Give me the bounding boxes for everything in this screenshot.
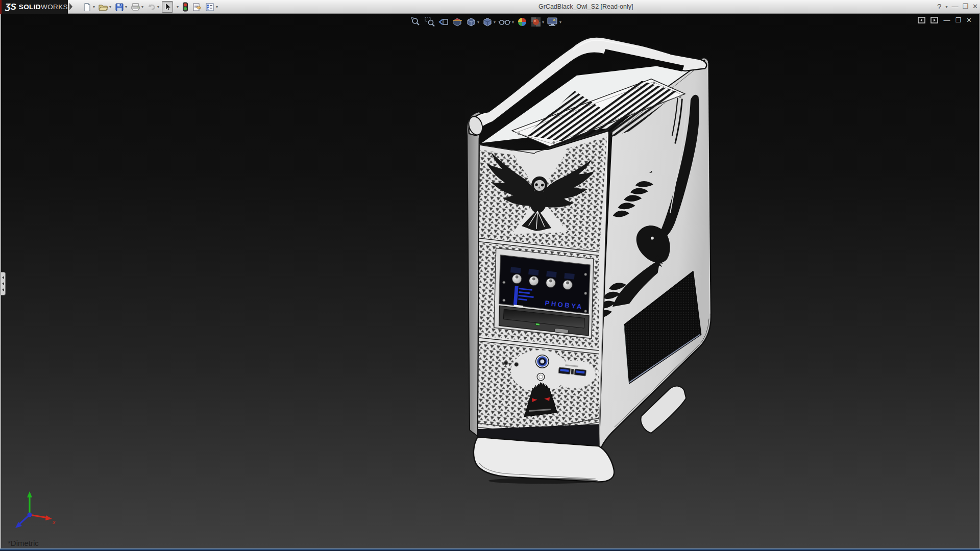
- minimize-icon[interactable]: —: [951, 2, 958, 11]
- save-button[interactable]: ▾: [114, 1, 128, 13]
- bottom-foot: [474, 424, 614, 484]
- orientation-triad[interactable]: x: [5, 488, 61, 534]
- audio-jack[interactable]: [514, 362, 519, 366]
- file-properties-button[interactable]: [191, 1, 203, 13]
- select-button[interactable]: [162, 1, 173, 13]
- app-window-controls: ? ▾ — ❐ ✕: [937, 2, 978, 11]
- view-orientation-label: *Dimetric: [8, 539, 39, 547]
- logo-text: SOLIDWORKS: [19, 3, 68, 11]
- document-title: GrCadBlack_Owl_S2 [Read-only]: [538, 3, 633, 10]
- save-floppy-icon: [115, 3, 124, 12]
- dropdown-caret-icon[interactable]: ▾: [216, 5, 218, 9]
- dropdown-caret-icon[interactable]: ▾: [93, 5, 95, 9]
- dropdown-caret-icon[interactable]: ▾: [141, 5, 143, 9]
- traffic-light-icon: [182, 2, 188, 12]
- 3ds-logo-icon: ƷS: [5, 2, 16, 12]
- new-document-button[interactable]: ▾: [82, 1, 96, 13]
- title-bar: ƷS SOLIDWORKS ▾ ▾ ▾ ▾ ▾ ▾: [0, 0, 980, 14]
- print-button[interactable]: ▾: [130, 1, 144, 13]
- fan-controller-panel: PHOBYA: [499, 255, 590, 314]
- reset-button[interactable]: [537, 373, 545, 381]
- select-cursor-icon: [163, 3, 172, 12]
- open-folder-icon: [99, 3, 108, 12]
- close-icon[interactable]: ✕: [972, 2, 978, 11]
- dvd-led: [535, 323, 540, 325]
- undo-button[interactable]: ▾: [146, 1, 160, 13]
- case-front-face: PHOBYA: [478, 131, 609, 447]
- open-button[interactable]: ▾: [97, 1, 112, 13]
- dropdown-caret-icon[interactable]: ▾: [177, 5, 179, 9]
- x-axis-label: x: [52, 519, 56, 525]
- dropdown-caret-icon[interactable]: ▾: [125, 5, 127, 9]
- model-3d-view[interactable]: PHOBYA: [1, 14, 980, 548]
- help-caret-icon[interactable]: ▾: [945, 5, 947, 9]
- main-toolbar: ▾ ▾ ▾ ▾ ▾ ▾ ▾: [82, 1, 220, 13]
- dropdown-caret-icon[interactable]: ▾: [109, 5, 111, 9]
- status-strip: [0, 548, 980, 551]
- menu-flyout-arrow[interactable]: [69, 3, 72, 10]
- dropdown-caret-icon[interactable]: ▾: [157, 5, 159, 9]
- audio-jack[interactable]: [504, 361, 508, 365]
- options-button[interactable]: ▾: [204, 1, 219, 13]
- file-properties-icon: [192, 3, 202, 12]
- rebuild-button[interactable]: [181, 1, 189, 13]
- help-icon[interactable]: ?: [937, 2, 941, 11]
- undo-arrow-icon: [147, 3, 156, 12]
- printer-icon: [131, 3, 140, 12]
- solidworks-logo: ƷS SOLIDWORKS: [2, 0, 68, 14]
- power-button[interactable]: [536, 355, 549, 368]
- new-document-icon: [83, 3, 92, 12]
- select-dropdown[interactable]: ▾: [175, 1, 180, 13]
- restore-icon[interactable]: ❐: [962, 2, 968, 11]
- graphics-viewport[interactable]: ▾ ▾ ▾ ▾ ▾ — ❐ ✕: [0, 14, 980, 548]
- options-checklist-icon: [205, 3, 215, 12]
